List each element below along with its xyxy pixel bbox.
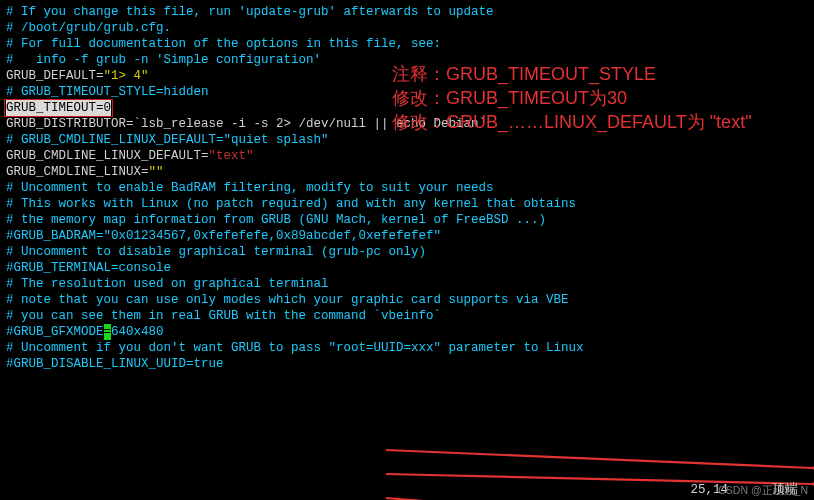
- terminal-line: # you can see them in real GRUB with the…: [6, 308, 808, 324]
- text-segment: # info -f grub -n 'Simple configuration': [6, 53, 321, 67]
- text-segment: # the memory map information from GRUB (…: [6, 213, 546, 227]
- terminal-line: # For full documentation of the options …: [6, 36, 808, 52]
- text-segment: GRUB_DEFAULT=: [6, 69, 104, 83]
- terminal-line: # Uncomment to disable graphical termina…: [6, 244, 808, 260]
- anno-style: 注释：GRUB_TIMEOUT_STYLE: [392, 62, 656, 86]
- vim-status-bar: 25,14: [0, 480, 814, 500]
- scroll-indicator: 顶端: [772, 482, 798, 498]
- terminal-line: # Uncomment if you don't want GRUB to pa…: [6, 340, 808, 356]
- terminal-line: # If you change this file, run 'update-g…: [6, 4, 808, 20]
- terminal-line: GRUB_CMDLINE_LINUX_DEFAULT="text": [6, 148, 808, 164]
- svg-line-0: [386, 450, 812, 468]
- text-segment: 640x480: [111, 325, 164, 339]
- text-segment: #GRUB_TERMINAL=console: [6, 261, 171, 275]
- text-segment: # Uncomment to enable BadRAM filtering, …: [6, 181, 494, 195]
- text-segment: # This works with Linux (no patch requir…: [6, 197, 576, 211]
- terminal-line: #GRUB_BADRAM="0x01234567,0xfefefefe,0x89…: [6, 228, 808, 244]
- text-segment: =: [104, 324, 112, 340]
- text-segment: # /boot/grub/grub.cfg.: [6, 21, 171, 35]
- terminal-line: # GRUB_CMDLINE_LINUX_DEFAULT="quiet spla…: [6, 132, 808, 148]
- terminal-line: # note that you can use only modes which…: [6, 292, 808, 308]
- terminal-line: # the memory map information from GRUB (…: [6, 212, 808, 228]
- text-segment: GRUB_CMDLINE_LINUX=: [6, 165, 149, 179]
- terminal-line: # Uncomment to enable BadRAM filtering, …: [6, 180, 808, 196]
- text-segment: # GRUB_CMDLINE_LINUX_DEFAULT="quiet spla…: [6, 133, 329, 147]
- terminal-line: #GRUB_DISABLE_LINUX_UUID=true: [6, 356, 808, 372]
- text-segment: # GRUB_TIMEOUT_STYLE=hidden: [6, 85, 209, 99]
- anno-timeout: 修改：GRUB_TIMEOUT为30: [392, 86, 627, 110]
- terminal-line: GRUB_CMDLINE_LINUX="": [6, 164, 808, 180]
- text-segment: "text": [209, 149, 254, 163]
- text-segment: # you can see them in real GRUB with the…: [6, 309, 441, 323]
- text-segment: # The resolution used on graphical termi…: [6, 277, 329, 291]
- text-segment: #GRUB_BADRAM="0x01234567,0xfefefefe,0x89…: [6, 229, 441, 243]
- text-segment: # Uncomment if you don't want GRUB to pa…: [6, 341, 584, 355]
- terminal-line: # This works with Linux (no patch requir…: [6, 196, 808, 212]
- highlight-box: GRUB_TIMEOUT=0: [4, 99, 113, 117]
- anno-default: 修改：GRUB_……LINUX_DEFAULT为 "text": [392, 110, 752, 134]
- text-segment: "1> 4": [104, 69, 149, 83]
- text-segment: "": [149, 165, 164, 179]
- text-segment: #GRUB_DISABLE_LINUX_UUID=true: [6, 357, 224, 371]
- text-segment: # Uncomment to disable graphical termina…: [6, 245, 426, 259]
- text-segment: GRUB_CMDLINE_LINUX_DEFAULT=: [6, 149, 209, 163]
- text-segment: # For full documentation of the options …: [6, 37, 441, 51]
- text-segment: # If you change this file, run 'update-g…: [6, 5, 494, 19]
- terminal-line: # The resolution used on graphical termi…: [6, 276, 808, 292]
- text-segment: # note that you can use only modes which…: [6, 293, 569, 307]
- terminal-line: #GRUB_TERMINAL=console: [6, 260, 808, 276]
- terminal-line: #GRUB_GFXMODE=640x480: [6, 324, 808, 340]
- terminal-editor[interactable]: # If you change this file, run 'update-g…: [0, 0, 814, 376]
- text-segment: GRUB_TIMEOUT=0: [6, 100, 111, 116]
- terminal-line: # /boot/grub/grub.cfg.: [6, 20, 808, 36]
- text-segment: #GRUB_GFXMODE: [6, 325, 104, 339]
